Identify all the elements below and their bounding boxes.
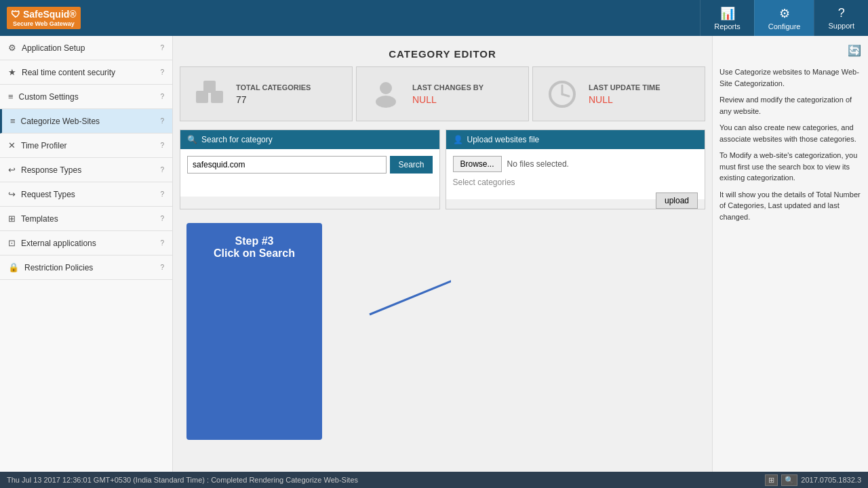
- browse-button[interactable]: Browse...: [453, 156, 502, 172]
- stat-last-update-value: NULL: [589, 94, 660, 105]
- sidebar-item-time-profiler[interactable]: ✕ Time Profiler ?: [0, 134, 172, 158]
- right-sidebar-p4: To Modify a web-site's categorization, y…: [719, 150, 861, 184]
- sidebar-item-request-types[interactable]: ↪ Request Types ?: [0, 182, 172, 207]
- sidebar-item-label: Restriction Policies: [24, 263, 157, 272]
- stat-last-update-content: LAST UPDATE TIME NULL: [589, 83, 660, 105]
- sidebar-item-label: Templates: [21, 214, 157, 224]
- refresh-icon[interactable]: 🔄: [848, 43, 861, 59]
- right-sidebar-p2: Review and modify the categorization of …: [719, 94, 861, 117]
- upload-row: Browse... No files selected.: [453, 156, 698, 172]
- callout-line1: Step #3: [200, 235, 309, 247]
- support-label: Support: [828, 22, 854, 30]
- status-icon-2[interactable]: 🔍: [781, 474, 797, 486]
- stat-last-changes-value: NULL: [412, 94, 484, 105]
- sidebar: ⚙ Application Setup ? ★ Real time conten…: [0, 36, 173, 472]
- application-setup-icon: ⚙: [8, 43, 16, 53]
- right-sidebar-p5: It will show you the details of Total Nu…: [719, 189, 861, 223]
- sidebar-item-external-applications[interactable]: ⊡ External applications ?: [0, 231, 172, 256]
- search-input[interactable]: [187, 156, 387, 174]
- upload-header-icon: 👤: [453, 135, 463, 144]
- main-container: ⚙ Application Setup ? ★ Real time conten…: [0, 36, 868, 472]
- logo: 🛡 SafeSquid® Secure Web Gateway: [7, 7, 81, 30]
- svg-rect-2: [203, 81, 216, 93]
- help-icon-9[interactable]: ?: [160, 264, 164, 271]
- content-main: CATEGORY EDITOR TOTAL CATEGORIES 77: [173, 36, 868, 472]
- logo-name: SafeSquid®: [23, 9, 77, 20]
- sidebar-item-real-time-content[interactable]: ★ Real time content security ?: [0, 60, 172, 85]
- right-sidebar: 🔄 Use Categorize websites to Manage Web-…: [712, 36, 868, 472]
- status-text: Thu Jul 13 2017 12:36:01 GMT+0530 (India…: [7, 476, 358, 484]
- reports-nav-btn[interactable]: 📊 Reports: [700, 0, 754, 36]
- sidebar-item-label: Custom Settings: [19, 92, 158, 102]
- stat-total-categories-content: TOTAL CATEGORIES 77: [236, 83, 311, 105]
- help-icon-4[interactable]: ?: [160, 142, 164, 149]
- stat-total-categories-label: TOTAL CATEGORIES: [236, 83, 311, 92]
- sidebar-item-label: Application Setup: [22, 43, 157, 53]
- stat-total-categories-value: 77: [236, 94, 311, 105]
- status-icon-1[interactable]: ⊞: [765, 474, 778, 486]
- custom-settings-icon: ≡: [8, 92, 14, 102]
- logo-subtitle: Secure Web Gateway: [13, 20, 75, 28]
- request-types-icon: ↪: [8, 189, 16, 199]
- reports-label: Reports: [714, 22, 741, 30]
- sidebar-item-label: External applications: [21, 239, 157, 248]
- sidebar-item-label: Categorize Web-Sites: [21, 117, 158, 126]
- upload-panel: 👤 Upload websites file Browse... No file…: [446, 129, 706, 209]
- callout-box: Step #3 Click on Search: [186, 223, 322, 440]
- search-panel-header: 🔍 Search for category: [180, 130, 439, 149]
- upload-button[interactable]: upload: [656, 192, 698, 209]
- help-icon-8[interactable]: ?: [160, 239, 164, 247]
- external-apps-icon: ⊡: [8, 238, 16, 248]
- select-categories-text: Select categories: [453, 178, 698, 187]
- sidebar-item-response-types[interactable]: ↩ Response Types ?: [0, 158, 172, 182]
- stat-last-update-label: LAST UPDATE TIME: [589, 83, 660, 92]
- help-icon-3[interactable]: ?: [160, 117, 164, 125]
- sidebar-item-custom-settings[interactable]: ≡ Custom Settings ?: [0, 85, 172, 109]
- sidebar-item-label: Real time content security: [22, 68, 157, 77]
- sidebar-item-application-setup[interactable]: ⚙ Application Setup ?: [0, 36, 172, 60]
- content-center: CATEGORY EDITOR TOTAL CATEGORIES 77: [173, 36, 712, 472]
- upload-panel-body: Browse... No files selected. Select cate…: [446, 149, 705, 199]
- svg-line-9: [370, 223, 451, 314]
- top-nav: 🛡 SafeSquid® Secure Web Gateway 📊 Report…: [0, 0, 868, 36]
- search-panel: 🔍 Search for category Search: [180, 129, 440, 209]
- help-icon-0[interactable]: ?: [160, 44, 164, 52]
- person-icon: [367, 75, 404, 113]
- help-icon-1[interactable]: ?: [160, 68, 164, 76]
- configure-nav-btn[interactable]: ⚙ Configure: [754, 0, 814, 36]
- response-types-icon: ↩: [8, 165, 16, 175]
- upload-panel-title: Upload websites file: [467, 135, 540, 144]
- status-bar-right: ⊞ 🔍 2017.0705.1832.3: [765, 474, 861, 486]
- sidebar-item-categorize-web-sites[interactable]: ≡ Categorize Web-Sites ?: [0, 109, 172, 134]
- sidebar-item-restriction-policies[interactable]: 🔒 Restriction Policies ?: [0, 256, 172, 280]
- stat-last-changes-label: LAST CHANGES BY: [412, 83, 484, 92]
- stat-last-update-time: LAST UPDATE TIME NULL: [532, 66, 705, 121]
- real-time-content-icon: ★: [8, 67, 16, 77]
- svg-point-3: [380, 82, 392, 94]
- clock-icon: [543, 75, 580, 113]
- support-icon: ?: [838, 6, 845, 20]
- svg-line-7: [562, 94, 569, 96]
- top-nav-buttons: 📊 Reports ⚙ Configure ? Support: [700, 0, 868, 36]
- help-icon-2[interactable]: ?: [160, 93, 164, 100]
- help-icon-6[interactable]: ?: [160, 190, 164, 198]
- stat-last-changes-by: LAST CHANGES BY NULL: [356, 66, 529, 121]
- reports-icon: 📊: [720, 6, 735, 21]
- stat-total-categories: TOTAL CATEGORIES 77: [180, 66, 353, 121]
- logo-title: 🛡 SafeSquid®: [11, 8, 77, 20]
- stats-row: TOTAL CATEGORIES 77 LAST CHANGES BY NULL: [180, 66, 705, 121]
- upload-panel-header: 👤 Upload websites file: [446, 130, 705, 149]
- svg-point-4: [376, 96, 396, 108]
- version-text: 2017.0705.1832.3: [801, 476, 861, 484]
- configure-icon: ⚙: [779, 6, 790, 21]
- panels-container: 🔍 Search for category Search: [180, 129, 705, 331]
- support-nav-btn[interactable]: ? Support: [814, 0, 868, 36]
- search-panel-title: Search for category: [201, 135, 273, 144]
- categorize-icon: ≡: [10, 116, 16, 126]
- help-icon-7[interactable]: ?: [160, 215, 164, 222]
- search-button[interactable]: Search: [390, 156, 432, 174]
- panels-row: 🔍 Search for category Search: [180, 129, 705, 209]
- callout-line2: Click on Search: [200, 247, 309, 260]
- help-icon-5[interactable]: ?: [160, 166, 164, 174]
- sidebar-item-templates[interactable]: ⊞ Templates ?: [0, 207, 172, 231]
